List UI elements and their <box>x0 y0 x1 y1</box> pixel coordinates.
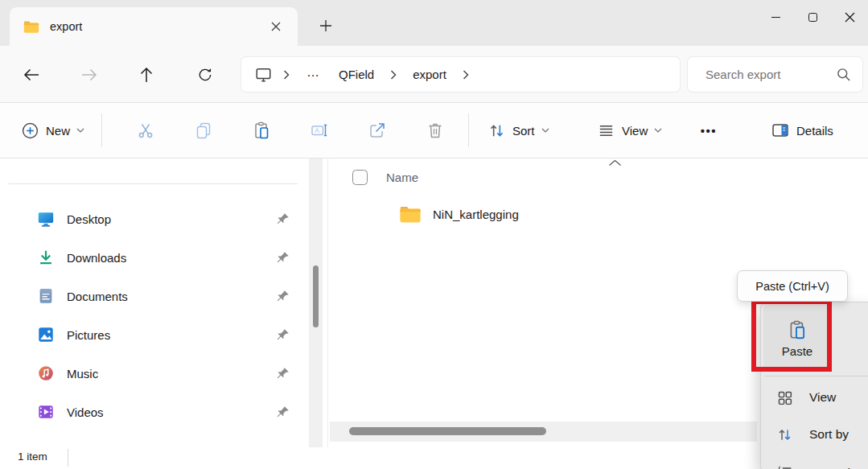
minimize-button[interactable] <box>757 0 794 34</box>
context-menu-item-label: Sort by <box>809 427 849 442</box>
context-menu: Paste View Sort by Group by <box>760 302 868 469</box>
grid-view-icon <box>776 389 793 406</box>
sidebar-item-label: Videos <box>67 405 104 419</box>
context-menu-item-label: Group by <box>809 466 861 469</box>
file-name[interactable]: NiN_kartlegging <box>433 208 519 221</box>
this-pc-icon <box>254 66 273 84</box>
pin-icon <box>277 405 290 418</box>
cut-button[interactable] <box>129 115 162 146</box>
name-column-header[interactable]: Name <box>386 171 418 184</box>
new-button-label: New <box>46 124 70 138</box>
sidebar-item-videos[interactable]: Videos <box>18 394 298 430</box>
see-more-button[interactable]: ••• <box>690 115 727 146</box>
sidebar-separator <box>8 183 298 184</box>
refresh-icon <box>197 67 213 83</box>
view-button[interactable]: View <box>589 115 670 146</box>
paste-icon <box>787 319 808 340</box>
delete-button[interactable] <box>418 115 452 146</box>
toolbar-divider <box>468 113 469 147</box>
command-toolbar: New A Sort View <box>0 103 868 158</box>
horizontal-scrollbar-thumb[interactable] <box>349 427 546 435</box>
chevron-down-icon <box>654 128 662 133</box>
rename-button[interactable]: A <box>302 115 336 146</box>
forward-button[interactable] <box>75 60 104 89</box>
music-icon <box>37 364 55 382</box>
window-controls <box>757 0 868 34</box>
svg-text:A: A <box>315 126 319 134</box>
sidebar-item-documents[interactable]: Documents <box>18 278 298 314</box>
context-menu-separator <box>764 376 868 376</box>
documents-icon <box>37 287 55 305</box>
chevron-down-icon <box>76 128 84 133</box>
tab-title: export <box>50 20 82 33</box>
cut-icon <box>136 121 155 140</box>
details-button[interactable]: Details <box>763 115 841 146</box>
tab-close-icon[interactable] <box>265 16 286 37</box>
pin-icon <box>277 367 290 380</box>
sidebar-item-label: Music <box>67 367 98 381</box>
copy-button[interactable] <box>187 115 220 146</box>
copy-icon <box>194 121 213 140</box>
sidebar-item-label: Desktop <box>67 212 111 226</box>
close-icon <box>845 12 855 23</box>
downloads-icon <box>37 249 55 266</box>
navigation-bar: … QField export <box>0 46 868 103</box>
context-paste-button[interactable]: Paste <box>763 305 831 372</box>
sort-ascending-caret-icon[interactable] <box>608 159 622 167</box>
sidebar-item-downloads[interactable]: Downloads <box>18 240 298 275</box>
new-tab-button[interactable] <box>314 14 338 37</box>
breadcrumb-overflow[interactable]: … <box>297 65 330 84</box>
sidebar-item-desktop[interactable]: Desktop <box>18 201 298 237</box>
breadcrumb-export[interactable]: export <box>404 64 455 84</box>
chevron-down-icon <box>541 128 549 133</box>
refresh-button[interactable] <box>191 60 220 89</box>
view-button-label: View <box>622 124 648 138</box>
this-pc-crumb[interactable] <box>251 66 276 84</box>
sidebar-scrollbar[interactable] <box>309 158 323 447</box>
sidebar-item-label: Pictures <box>67 328 110 342</box>
status-bar: 1 item <box>0 447 868 469</box>
status-divider <box>68 449 68 467</box>
sort-button[interactable]: Sort <box>479 115 557 146</box>
back-button[interactable] <box>17 60 46 89</box>
paste-tooltip: Paste (Ctrl+V) <box>737 270 848 302</box>
up-button[interactable] <box>132 60 161 89</box>
file-explorer-window: export <box>0 0 868 469</box>
sidebar-item-music[interactable]: Music <box>18 356 298 391</box>
context-menu-item-group-by[interactable]: Group by <box>764 455 868 469</box>
plus-circle-icon <box>21 121 39 140</box>
folder-icon <box>399 205 422 224</box>
search-box[interactable] <box>688 57 862 92</box>
sidebar-scrollbar-thumb[interactable] <box>313 265 319 327</box>
new-button[interactable]: New <box>13 115 93 146</box>
up-icon <box>140 67 153 83</box>
sidebar-item-pictures[interactable]: Pictures <box>18 317 298 352</box>
pin-icon <box>277 212 290 225</box>
tab-export[interactable]: export <box>10 7 298 46</box>
search-input[interactable] <box>706 68 836 81</box>
sidebar: Desktop Downloads Documents Pictures <box>0 158 307 447</box>
file-row[interactable]: NiN_kartlegging <box>399 200 519 228</box>
context-menu-item-sort-by[interactable]: Sort by <box>764 416 868 453</box>
address-bar[interactable]: … QField export <box>241 57 680 92</box>
search-icon[interactable] <box>836 67 851 82</box>
chevron-right-icon[interactable] <box>383 70 404 80</box>
back-icon <box>23 68 39 81</box>
item-count: 1 item <box>18 450 47 463</box>
horizontal-scrollbar[interactable] <box>330 422 757 442</box>
paste-button[interactable] <box>245 115 278 146</box>
group-by-icon <box>776 465 793 469</box>
pin-icon <box>277 251 290 264</box>
chevron-right-icon <box>276 70 297 80</box>
context-menu-item-view[interactable]: View <box>764 379 868 416</box>
share-button[interactable] <box>360 115 394 146</box>
details-button-label: Details <box>796 124 833 138</box>
maximize-button[interactable] <box>794 0 831 34</box>
close-button[interactable] <box>831 0 868 34</box>
chevron-right-icon[interactable] <box>455 70 476 80</box>
sort-icon <box>487 121 506 140</box>
breadcrumb-qfield[interactable]: QField <box>330 64 383 84</box>
select-all-checkbox[interactable] <box>352 170 368 185</box>
details-pane-icon <box>771 121 790 140</box>
pictures-icon <box>37 326 55 344</box>
